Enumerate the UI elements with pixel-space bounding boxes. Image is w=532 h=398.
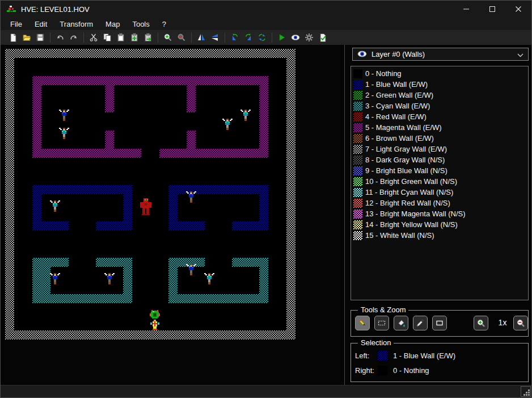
map-wall-tile[interactable] (32, 185, 41, 194)
map-wall-tile[interactable] (5, 112, 14, 122)
map-wall-tile[interactable] (178, 185, 187, 194)
map-wall-tile[interactable] (286, 167, 295, 176)
map-wall-tile[interactable] (168, 76, 178, 85)
map-wall-tile[interactable] (168, 212, 178, 221)
map-wall-tile[interactable] (259, 149, 268, 158)
map-wall-tile[interactable] (141, 76, 150, 85)
toolbar-flip-vertical-button[interactable] (208, 31, 222, 44)
map-wall-tile[interactable] (105, 149, 114, 158)
map-wall-tile[interactable] (5, 258, 14, 267)
map-wall-tile[interactable] (168, 203, 178, 212)
map-wall-tile[interactable] (250, 76, 259, 85)
map-wall-tile[interactable] (150, 49, 159, 58)
toolbar-paste-button[interactable] (114, 31, 128, 44)
map-wall-tile[interactable] (214, 294, 223, 303)
map-wall-tile[interactable] (105, 330, 114, 340)
map-wall-tile[interactable] (159, 49, 168, 58)
tile-list-item-11[interactable]: 11 - Bright Cyan Wall (N/S) (351, 187, 528, 198)
tile-list-item-14[interactable]: 14 - Bright Yellow Wall (N/S) (351, 219, 528, 230)
tile-list-item-12[interactable]: 12 - Bright Red Wall (N/S) (351, 198, 528, 208)
map-wall-tile[interactable] (87, 185, 96, 194)
map-wall-tile[interactable] (96, 221, 105, 231)
map-wall-tile[interactable] (32, 267, 41, 276)
map-wall-tile[interactable] (250, 258, 259, 267)
map-wall-tile[interactable] (41, 149, 50, 158)
map-wall-tile[interactable] (5, 103, 14, 112)
map-wall-tile[interactable] (232, 185, 241, 194)
map-wall-tile[interactable] (187, 85, 196, 94)
map-wall-tile[interactable] (286, 158, 295, 167)
map-wall-tile[interactable] (78, 49, 87, 58)
tool-picker-button[interactable] (413, 316, 428, 330)
map-wall-tile[interactable] (214, 330, 223, 340)
map-wall-tile[interactable] (250, 294, 259, 303)
map-wall-tile[interactable] (96, 49, 105, 58)
map-wall-tile[interactable] (114, 221, 123, 231)
map-wall-tile[interactable] (114, 76, 123, 85)
resize-grip[interactable] (521, 386, 531, 397)
map-wall-tile[interactable] (5, 176, 14, 185)
map-wall-tile[interactable] (5, 303, 14, 312)
map-wall-tile[interactable] (259, 103, 268, 112)
map-wall-tile[interactable] (168, 330, 178, 340)
map-wall-tile[interactable] (114, 149, 123, 158)
map-wall-tile[interactable] (50, 49, 60, 58)
tool-fill-button[interactable] (394, 316, 408, 330)
map-wall-tile[interactable] (78, 185, 87, 194)
map-wall-tile[interactable] (78, 76, 87, 85)
map-wall-tile[interactable] (168, 185, 178, 194)
map-wall-tile[interactable] (232, 149, 241, 158)
map-wall-tile[interactable] (32, 194, 41, 203)
map-wall-tile[interactable] (123, 276, 132, 285)
map-wall-tile[interactable] (41, 285, 50, 294)
map-wall-tile[interactable] (5, 212, 14, 221)
map-wall-tile[interactable] (159, 330, 168, 340)
map-wall-tile[interactable] (96, 258, 105, 267)
map-wall-tile[interactable] (232, 221, 241, 231)
map-wall-tile[interactable] (32, 285, 41, 294)
map-wall-tile[interactable] (5, 85, 14, 94)
map-wall-tile[interactable] (286, 94, 295, 103)
toolbar-flip-horizontal-button[interactable] (195, 31, 208, 44)
map-wall-tile[interactable] (241, 76, 250, 85)
map-wall-tile[interactable] (259, 131, 268, 140)
tile-list-item-8[interactable]: 8 - Dark Gray Wall (N/S) (351, 154, 528, 165)
map-wall-tile[interactable] (178, 149, 187, 158)
toolbar-rotate-ccw-button[interactable] (228, 31, 242, 44)
map-wall-tile[interactable] (60, 221, 69, 231)
map-wall-tile[interactable] (187, 49, 196, 58)
map-wall-tile[interactable] (250, 185, 259, 194)
map-wall-tile[interactable] (5, 185, 14, 194)
map-wall-tile[interactable] (259, 185, 268, 194)
map-wall-tile[interactable] (96, 76, 105, 85)
map-wall-tile[interactable] (286, 321, 295, 330)
map-wall-tile[interactable] (187, 149, 196, 158)
tile-list-item-4[interactable]: 4 - Red Wall (E/W) (351, 111, 528, 122)
map-wall-tile[interactable] (41, 267, 50, 276)
map-wall-tile[interactable] (5, 276, 14, 285)
map-wall-tile[interactable] (69, 185, 78, 194)
tile-list-item-7[interactable]: 7 - Light Gray Wall (E/W) (351, 144, 528, 154)
menu-help[interactable]: ? (156, 19, 172, 30)
map-wall-tile[interactable] (168, 49, 178, 58)
tool-marquee-button[interactable] (374, 316, 389, 330)
map-wall-tile[interactable] (78, 330, 87, 340)
menu-file[interactable]: File (4, 19, 28, 30)
map-wall-tile[interactable] (60, 76, 69, 85)
map-wall-tile[interactable] (168, 258, 178, 267)
map-wall-tile[interactable] (178, 294, 187, 303)
toolbar-paste-add-button[interactable] (128, 31, 141, 44)
map-wall-tile[interactable] (50, 330, 60, 340)
map-wall-tile[interactable] (32, 94, 41, 103)
map-wall-tile[interactable] (87, 49, 96, 58)
map-wall-tile[interactable] (286, 203, 295, 212)
map-wall-tile[interactable] (105, 94, 114, 103)
map-wall-tile[interactable] (286, 122, 295, 131)
map-wall-tile[interactable] (286, 76, 295, 85)
map-wall-tile[interactable] (41, 221, 50, 231)
map-wall-tile[interactable] (286, 149, 295, 158)
map-wall-tile[interactable] (32, 140, 41, 149)
map-wall-tile[interactable] (41, 185, 50, 194)
map-wall-tile[interactable] (23, 330, 32, 340)
map-wall-tile[interactable] (32, 49, 41, 58)
